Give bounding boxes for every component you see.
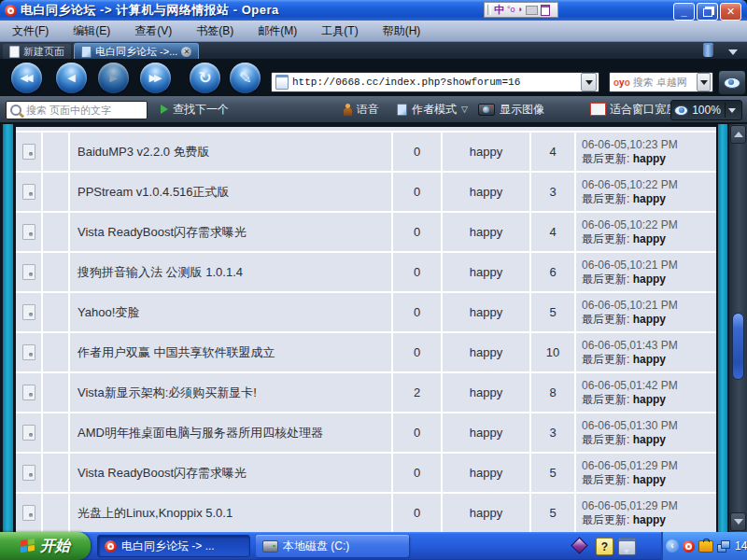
last-poster-link[interactable]: happy bbox=[633, 353, 666, 366]
author-mode-dropdown-icon[interactable]: ▽ bbox=[461, 105, 468, 114]
replies-count: 0 bbox=[393, 293, 443, 331]
topic-author-link[interactable]: happy bbox=[443, 333, 531, 371]
rewind-button[interactable]: ◀◀ bbox=[11, 63, 42, 93]
address-bar[interactable]: http://0668.cc/index.php?showforum=16 bbox=[271, 72, 599, 92]
minimize-button[interactable]: _ bbox=[673, 3, 695, 21]
note-pencil-button[interactable]: ✎ bbox=[230, 63, 261, 93]
taskbar-task-opera[interactable]: 电白同乡论坛 -> ... bbox=[97, 535, 250, 557]
quick-launch-help-icon[interactable]: ? bbox=[596, 538, 613, 555]
search-engine-dropdown-icon[interactable] bbox=[697, 73, 711, 91]
zoom-dropdown-icon[interactable] bbox=[725, 103, 739, 118]
topic-author-link[interactable]: happy bbox=[443, 413, 531, 452]
last-poster-link[interactable]: happy bbox=[633, 513, 666, 526]
web-search-field[interactable]: oyo 搜索 卓越网 bbox=[609, 72, 713, 92]
topic-title-link[interactable]: BaiduMP3 v2.2.0 免费版 bbox=[70, 133, 393, 171]
ime-punctuation-icon[interactable]: °o bbox=[507, 6, 515, 14]
topic-title-link[interactable]: AMD明年推桌面电脑与服务器所用四核处理器 bbox=[70, 413, 393, 452]
last-post-time: 06-06-05,01:30 PM bbox=[582, 419, 678, 433]
forward-button[interactable]: ▶ bbox=[98, 63, 129, 93]
ime-fullwidth-icon[interactable]: ◗ bbox=[518, 6, 523, 14]
ime-softkeyboard-icon[interactable] bbox=[526, 6, 538, 15]
last-poster-link[interactable]: happy bbox=[633, 473, 666, 486]
tray-opera-icon[interactable] bbox=[683, 540, 695, 553]
vertical-scrollbar[interactable] bbox=[729, 124, 747, 532]
restore-button[interactable] bbox=[697, 3, 718, 21]
tab-list-dropdown-icon[interactable] bbox=[728, 49, 738, 55]
close-button[interactable]: ✕ bbox=[720, 3, 741, 21]
voice-button[interactable]: 语音 bbox=[344, 102, 379, 118]
tab-new-page[interactable]: 新建页面 bbox=[3, 44, 71, 59]
topic-author-link[interactable]: happy bbox=[443, 213, 531, 251]
fit-width-button[interactable]: 适合窗口宽度 bbox=[591, 102, 677, 118]
start-button[interactable]: 开始 bbox=[0, 532, 91, 560]
last-post-time: 06-06-05,10:22 PM bbox=[582, 178, 678, 192]
zoom-control[interactable]: 100% bbox=[670, 100, 742, 120]
reload-button[interactable]: ↻ bbox=[190, 63, 220, 93]
topic-author-link[interactable]: happy bbox=[443, 253, 531, 291]
ime-language-bar[interactable]: 中 °o ◗ bbox=[484, 2, 558, 18]
last-poster-link[interactable]: happy bbox=[633, 313, 666, 326]
last-poster-link[interactable]: happy bbox=[633, 273, 666, 286]
table-row: 作者用户双赢 中国共享软件联盟成立 0 happy 10 06-06-05,01… bbox=[16, 333, 716, 373]
window-titlebar[interactable]: 电白同乡论坛 -> 计算机与网络情报站 - Opera bbox=[0, 0, 747, 21]
last-poster-link[interactable]: happy bbox=[633, 393, 666, 406]
find-placeholder[interactable]: 搜索 页面中的文字 bbox=[26, 104, 143, 118]
fast-forward-button[interactable]: ▶▶ bbox=[140, 63, 171, 93]
ime-menu-icon[interactable] bbox=[541, 5, 550, 16]
topic-title-link[interactable]: 搜狗拼音输入法 公测版 1.0.1.4 bbox=[70, 253, 393, 291]
trash-closed-tabs-icon[interactable] bbox=[703, 45, 713, 57]
menu-mail[interactable]: 邮件(M) bbox=[246, 21, 309, 41]
topic-title-link[interactable]: 作者用户双赢 中国共享软件联盟成立 bbox=[70, 333, 393, 371]
scroll-up-button[interactable] bbox=[730, 125, 746, 144]
author-mode-button[interactable]: 作者模式 ▽ bbox=[397, 102, 468, 118]
find-next-button[interactable]: 查找下一个 bbox=[161, 102, 229, 118]
quick-launch-expand-icon[interactable] bbox=[624, 550, 629, 553]
topic-title-link[interactable]: 光盘上的Linux,Knoppix 5.0.1 bbox=[70, 494, 393, 532]
last-poster-link[interactable]: happy bbox=[633, 192, 666, 205]
last-update-label: 最后更新: bbox=[582, 393, 629, 406]
menu-help[interactable]: 帮助(H) bbox=[371, 21, 433, 41]
show-images-button[interactable]: 显示图像 bbox=[478, 102, 544, 118]
tray-collapse-chevron-icon[interactable]: ‹ bbox=[666, 539, 679, 553]
menu-tools[interactable]: 工具(T) bbox=[309, 21, 370, 41]
topic-author-link[interactable]: happy bbox=[443, 293, 531, 331]
last-poster-link[interactable]: happy bbox=[633, 232, 666, 245]
menu-edit[interactable]: 编辑(E) bbox=[61, 21, 122, 41]
ime-drag-handle[interactable] bbox=[487, 5, 491, 15]
address-url[interactable]: http://0668.cc/index.php?showforum=16 bbox=[292, 77, 581, 88]
topic-title-link[interactable]: PPStream v1.0.4.516正式版 bbox=[70, 173, 393, 211]
scrollbar-thumb[interactable] bbox=[732, 313, 744, 380]
find-in-page-input[interactable]: 搜索 页面中的文字 bbox=[6, 101, 148, 119]
joyo-logo-icon: oyo bbox=[613, 77, 630, 88]
last-poster-link[interactable]: happy bbox=[633, 433, 666, 446]
topic-author-link[interactable]: happy bbox=[443, 373, 531, 412]
topic-title-link[interactable]: Vista ReadyBoost闪存需求曝光 bbox=[70, 213, 393, 251]
go-button[interactable] bbox=[718, 70, 746, 95]
tray-network-icon[interactable] bbox=[717, 540, 730, 552]
table-row: Yahoo!变脸 0 happy 5 06-06-05,10:21 PM 最后更… bbox=[16, 293, 716, 333]
ime-chinese-mode-icon[interactable]: 中 bbox=[494, 5, 504, 15]
last-post-time: 06-06-05,01:29 PM bbox=[582, 499, 678, 513]
last-poster-link[interactable]: happy bbox=[633, 152, 666, 165]
tab-close-icon[interactable]: ✕ bbox=[181, 47, 191, 57]
topic-author-link[interactable]: happy bbox=[443, 454, 531, 492]
topic-title-link[interactable]: Vista ReadyBoost闪存需求曝光 bbox=[70, 454, 393, 492]
web-search-placeholder[interactable]: 搜索 卓越网 bbox=[633, 76, 697, 90]
menu-view[interactable]: 查看(V) bbox=[122, 21, 184, 41]
taskbar-task-local-disk[interactable]: 本地磁盘 (C:) bbox=[256, 535, 409, 557]
menu-file[interactable]: 文件(F) bbox=[0, 21, 61, 41]
zoom-value: 100% bbox=[692, 104, 721, 117]
menu-bookmarks[interactable]: 书签(B) bbox=[184, 21, 246, 41]
quick-launch-app-icon[interactable] bbox=[571, 538, 587, 553]
eye-icon bbox=[724, 77, 740, 89]
tab-forum-active[interactable]: 电白同乡论坛 ->... ✕ bbox=[74, 43, 199, 59]
topic-author-link[interactable]: happy bbox=[443, 173, 531, 211]
scroll-down-button[interactable] bbox=[730, 512, 746, 531]
topic-author-link[interactable]: happy bbox=[443, 133, 531, 171]
topic-title-link[interactable]: Yahoo!变脸 bbox=[70, 293, 393, 331]
address-dropdown-icon[interactable] bbox=[581, 73, 597, 91]
topic-title-link[interactable]: Vista新显示架构:必须购买新显卡! bbox=[70, 373, 393, 412]
topic-author-link[interactable]: happy bbox=[443, 494, 531, 532]
tray-messenger-icon[interactable] bbox=[698, 540, 713, 553]
back-button[interactable]: ◀ bbox=[56, 63, 87, 93]
